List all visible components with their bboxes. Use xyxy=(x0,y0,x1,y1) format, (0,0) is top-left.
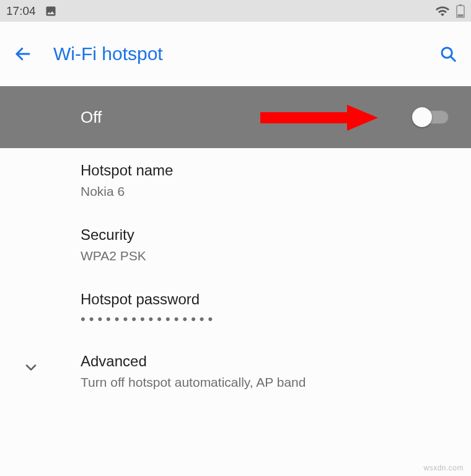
clock: 17:04 xyxy=(6,4,36,18)
setting-title: Hotspot password xyxy=(81,291,449,308)
hotspot-name-setting[interactable]: Hotspot name Nokia 6 xyxy=(0,148,471,213)
battery-icon xyxy=(456,4,465,18)
hotspot-switch[interactable] xyxy=(415,110,449,124)
statusbar-left: 17:04 xyxy=(6,4,57,18)
expand-chevron[interactable] xyxy=(22,359,40,379)
annotation-arrow-icon xyxy=(260,105,378,131)
password-masked: •••••••••••••••• xyxy=(81,313,449,325)
arrow-back-icon xyxy=(14,45,32,63)
svg-line-5 xyxy=(451,56,455,61)
setting-title: Advanced xyxy=(81,353,449,370)
status-bar: 17:04 xyxy=(0,0,471,22)
svg-rect-6 xyxy=(260,112,347,123)
setting-title: Hotspot name xyxy=(81,162,449,179)
setting-title: Security xyxy=(81,226,449,244)
security-setting[interactable]: Security WPA2 PSK xyxy=(0,213,471,277)
search-button[interactable] xyxy=(439,45,457,63)
setting-value: Nokia 6 xyxy=(81,184,449,199)
chevron-down-icon xyxy=(22,359,40,376)
page-title: Wi-Fi hotspot xyxy=(53,43,418,64)
app-bar: Wi-Fi hotspot xyxy=(0,22,471,86)
setting-value: Turn off hotspot automatically, AP band xyxy=(81,375,449,390)
svg-marker-7 xyxy=(347,105,378,131)
setting-value: WPA2 PSK xyxy=(81,249,449,263)
image-icon xyxy=(45,5,57,17)
wifi-icon xyxy=(435,4,450,19)
back-button[interactable] xyxy=(14,45,32,63)
statusbar-right xyxy=(435,4,465,19)
hotspot-toggle-row[interactable]: Off xyxy=(0,86,471,148)
hotspot-password-setting[interactable]: Hotspot password •••••••••••••••• xyxy=(0,277,471,339)
attribution-watermark: wsxdn.com xyxy=(423,464,464,472)
toggle-state-label: Off xyxy=(81,108,102,127)
switch-thumb xyxy=(412,107,432,127)
svg-rect-2 xyxy=(458,14,464,17)
search-icon xyxy=(439,45,457,63)
advanced-setting[interactable]: Advanced Turn off hotspot automatically,… xyxy=(0,339,471,403)
